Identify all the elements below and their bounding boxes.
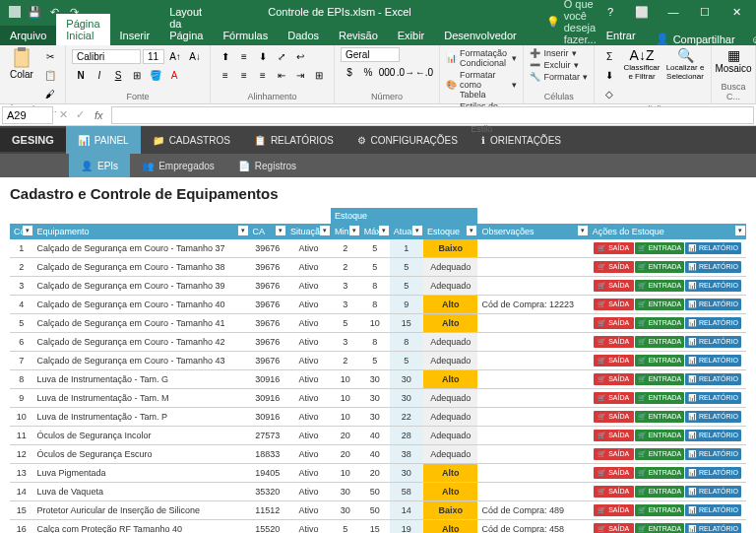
cell-ca[interactable]: 30916 bbox=[249, 389, 286, 408]
cell-min[interactable]: 30 bbox=[331, 483, 360, 501]
cell-min[interactable]: 10 bbox=[331, 464, 360, 483]
cell-cod[interactable]: 14 bbox=[10, 483, 33, 501]
decrease-font-button[interactable]: A↓ bbox=[186, 47, 204, 65]
filter-icon[interactable]: ▾ bbox=[735, 226, 745, 235]
entrada-button[interactable]: 🛒 ENTRADA bbox=[635, 373, 684, 385]
relatorio-button[interactable]: 📊 RELATÓRIO bbox=[685, 523, 741, 533]
cell-obs[interactable]: Cód de Compra: 458 bbox=[477, 520, 588, 534]
cell-obs[interactable] bbox=[477, 389, 588, 408]
cell-cod[interactable]: 12 bbox=[10, 445, 33, 464]
cell-ca[interactable]: 39676 bbox=[249, 333, 286, 352]
relatorio-button[interactable]: 📊 RELATÓRIO bbox=[685, 504, 741, 516]
cell-situacao[interactable]: Ativo bbox=[286, 352, 331, 370]
cell-estoque[interactable]: Adequado bbox=[423, 333, 478, 352]
relatorio-button[interactable]: 📊 RELATÓRIO bbox=[685, 299, 741, 310]
cell-equipamento[interactable]: Luva de Instrumentação - Tam. M bbox=[33, 389, 249, 408]
cell-atual[interactable]: 28 bbox=[390, 427, 423, 445]
cell-max[interactable]: 50 bbox=[360, 483, 390, 501]
saida-button[interactable]: 🛒 SAÍDA bbox=[594, 392, 634, 404]
cell-estoque[interactable]: Baixo bbox=[423, 501, 478, 520]
fx-icon[interactable]: fx bbox=[89, 109, 109, 121]
filter-icon[interactable]: ▾ bbox=[23, 226, 32, 235]
cell-min[interactable]: 20 bbox=[331, 427, 360, 445]
saida-button[interactable]: 🛒 SAÍDA bbox=[594, 242, 634, 254]
cell-equipamento[interactable]: Calçado de Segurança em Couro - Tamanho … bbox=[33, 314, 249, 333]
cell-atual[interactable]: 30 bbox=[390, 370, 423, 389]
tab-file[interactable]: Arquivo bbox=[0, 26, 56, 45]
cell-min[interactable]: 2 bbox=[331, 239, 360, 258]
cell-estoque[interactable]: Alto bbox=[423, 520, 478, 534]
increase-font-button[interactable]: A↑ bbox=[166, 47, 184, 65]
cell-estoque[interactable]: Adequado bbox=[423, 427, 478, 445]
bold-button[interactable]: N bbox=[72, 66, 90, 84]
cell-obs[interactable] bbox=[477, 464, 588, 483]
cell-equipamento[interactable]: Protetor Auricular de Inserção de Silico… bbox=[33, 501, 249, 520]
cell-situacao[interactable]: Ativo bbox=[286, 258, 331, 277]
entrada-button[interactable]: 🛒 ENTRADA bbox=[635, 336, 684, 348]
col-header-2[interactable]: CA▾ bbox=[249, 224, 286, 239]
cut-button[interactable]: ✂ bbox=[41, 47, 59, 65]
filter-icon[interactable]: ▾ bbox=[467, 226, 476, 235]
col-header-0[interactable]: Cód▾ bbox=[10, 224, 33, 239]
col-header-7[interactable]: Estoque▾ bbox=[423, 224, 478, 239]
align-middle-button[interactable]: ≡ bbox=[235, 47, 253, 65]
delete-cells-button[interactable]: ➖ Excluir ▾ bbox=[530, 59, 588, 71]
cell-situacao[interactable]: Ativo bbox=[286, 333, 331, 352]
cell-equipamento[interactable]: Luva Pigmentada bbox=[33, 464, 249, 483]
saida-button[interactable]: 🛒 SAÍDA bbox=[594, 280, 634, 292]
entrada-button[interactable]: 🛒 ENTRADA bbox=[635, 448, 684, 460]
orientation-button[interactable]: ⤢ bbox=[273, 47, 290, 65]
relatorio-button[interactable]: 📊 RELATÓRIO bbox=[685, 261, 741, 273]
col-header-9[interactable]: Ações do Estoque▾ bbox=[589, 224, 746, 239]
entrada-button[interactable]: 🛒 ENTRADA bbox=[635, 523, 684, 533]
cell-cod[interactable]: 11 bbox=[10, 427, 33, 445]
cell-atual[interactable]: 22 bbox=[390, 408, 423, 427]
cell-cod[interactable]: 16 bbox=[10, 520, 33, 534]
cell-situacao[interactable]: Ativo bbox=[286, 483, 331, 501]
cell-situacao[interactable]: Ativo bbox=[286, 239, 331, 258]
cell-min[interactable]: 3 bbox=[331, 333, 360, 352]
cell-obs[interactable] bbox=[477, 427, 588, 445]
redo-icon[interactable]: ↷ bbox=[67, 5, 81, 19]
cell-max[interactable]: 8 bbox=[360, 277, 390, 296]
col-header-3[interactable]: Situação▾ bbox=[286, 224, 331, 239]
saida-button[interactable]: 🛒 SAÍDA bbox=[594, 355, 634, 366]
cell-obs[interactable] bbox=[477, 445, 588, 464]
cell-min[interactable]: 5 bbox=[331, 314, 360, 333]
saida-button[interactable]: 🛒 SAÍDA bbox=[594, 299, 634, 310]
cell-max[interactable]: 20 bbox=[360, 464, 390, 483]
cell-max[interactable]: 10 bbox=[360, 314, 390, 333]
enter-formula-button[interactable]: ✓ bbox=[72, 108, 89, 121]
tell-me-input[interactable]: 💡 O que você deseja fazer... bbox=[527, 0, 597, 45]
cell-atual[interactable]: 19 bbox=[390, 520, 423, 534]
decrease-decimal-button[interactable]: ←.0 bbox=[415, 63, 433, 81]
cell-atual[interactable]: 15 bbox=[390, 314, 423, 333]
entrada-button[interactable]: 🛒 ENTRADA bbox=[635, 299, 684, 310]
cell-cod[interactable]: 2 bbox=[10, 258, 33, 277]
tab-formulas[interactable]: Fórmulas bbox=[213, 26, 278, 45]
cell-equipamento[interactable]: Calçado de Segurança em Couro - Tamanho … bbox=[33, 296, 249, 314]
cell-atual[interactable]: 14 bbox=[390, 501, 423, 520]
cell-equipamento[interactable]: Calçado de Segurança em Couro - Tamanho … bbox=[33, 277, 249, 296]
cell-ca[interactable]: 39676 bbox=[249, 314, 286, 333]
cell-situacao[interactable]: Ativo bbox=[286, 464, 331, 483]
cell-ca[interactable]: 30916 bbox=[249, 408, 286, 427]
cell-max[interactable]: 30 bbox=[360, 370, 390, 389]
relatorio-button[interactable]: 📊 RELATÓRIO bbox=[685, 317, 741, 329]
cell-min[interactable]: 3 bbox=[331, 277, 360, 296]
entrada-button[interactable]: 🛒 ENTRADA bbox=[635, 392, 684, 404]
saida-button[interactable]: 🛒 SAÍDA bbox=[594, 373, 634, 385]
cell-max[interactable]: 30 bbox=[360, 389, 390, 408]
currency-button[interactable]: $ bbox=[341, 63, 358, 81]
cell-obs[interactable] bbox=[477, 277, 588, 296]
cell-equipamento[interactable]: Calça com Proteção RF Tamanho 40 bbox=[33, 520, 249, 534]
cell-cod[interactable]: 8 bbox=[10, 370, 33, 389]
cell-atual[interactable]: 58 bbox=[390, 483, 423, 501]
help-button[interactable]: ? bbox=[597, 6, 624, 19]
saida-button[interactable]: 🛒 SAÍDA bbox=[594, 336, 634, 348]
cell-cod[interactable]: 13 bbox=[10, 464, 33, 483]
cell-ca[interactable]: 11512 bbox=[249, 501, 286, 520]
relatorio-button[interactable]: 📊 RELATÓRIO bbox=[685, 411, 741, 423]
cell-max[interactable]: 30 bbox=[360, 408, 390, 427]
entrada-button[interactable]: 🛒 ENTRADA bbox=[635, 317, 684, 329]
